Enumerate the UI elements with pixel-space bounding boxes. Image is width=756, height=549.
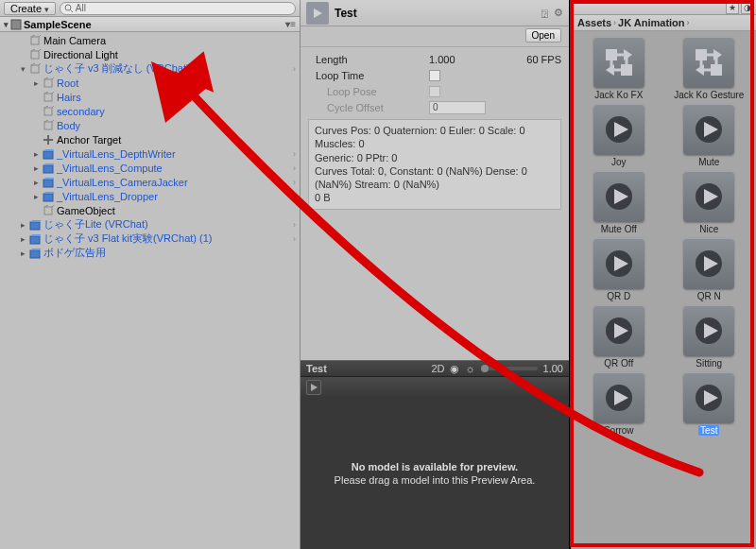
foldout-icon[interactable]: ▸ xyxy=(17,249,28,258)
svg-rect-15 xyxy=(44,94,52,101)
hierarchy-item-label: GameObject xyxy=(55,205,115,216)
scene-header[interactable]: ▾ SampleScene ▾≡ xyxy=(0,17,300,32)
loop-pose-checkbox[interactable] xyxy=(429,86,440,97)
hierarchy-item[interactable]: Hairs xyxy=(0,90,300,104)
hidden-icon[interactable]: ◑ xyxy=(741,1,754,14)
animator-controller-icon xyxy=(593,37,644,88)
asset-item[interactable]: Sorrow xyxy=(576,372,662,436)
asset-item[interactable]: Jack Ko FX xyxy=(576,37,662,100)
scene-options-icon[interactable]: ▾≡ xyxy=(285,19,296,29)
animation-clip-icon xyxy=(306,2,329,25)
preview-message[interactable]: No model is available for preview. Pleas… xyxy=(301,398,569,549)
animation-clip-icon xyxy=(593,171,644,222)
foldout-icon[interactable]: ▸ xyxy=(30,78,42,88)
hierarchy-item-label: ボドゲ広告用 xyxy=(42,246,106,260)
chevron-right-icon[interactable]: › xyxy=(293,178,296,187)
asset-item[interactable]: Mute Off xyxy=(576,171,662,234)
chevron-right-icon[interactable]: › xyxy=(293,149,296,159)
svg-rect-6 xyxy=(31,51,39,59)
asset-item[interactable]: Mute xyxy=(666,104,753,167)
hierarchy-tree[interactable]: Main CameraDirectional Light▾じゃく子 v3 削減な… xyxy=(0,32,300,549)
hierarchy-item[interactable]: secondary xyxy=(0,104,300,118)
camera-icon[interactable]: ◉ xyxy=(450,363,459,375)
asset-item[interactable]: Test xyxy=(666,372,753,436)
chevron-right-icon[interactable]: › xyxy=(293,163,296,173)
cycle-offset-field[interactable]: 0 xyxy=(429,101,486,114)
gameobject-icon xyxy=(42,190,55,203)
settings-icon[interactable]: ⚙ xyxy=(554,7,563,19)
hierarchy-item[interactable]: ▸_VirtualLens_CameraJacker› xyxy=(0,175,300,189)
asset-label: Mute xyxy=(696,157,721,167)
asset-grid[interactable]: Jack Ko FXJack Ko GestureJoyMuteMute Off… xyxy=(572,31,756,549)
foldout-icon[interactable]: ▸ xyxy=(17,234,28,244)
asset-item[interactable]: QR D xyxy=(576,238,662,301)
open-button[interactable]: Open xyxy=(525,28,561,43)
svg-rect-32 xyxy=(43,194,53,201)
foldout-icon[interactable]: ▸ xyxy=(17,220,28,230)
svg-rect-39 xyxy=(30,236,40,244)
favorite-icon[interactable]: ★ xyxy=(726,1,739,14)
project-toolbar: ★ ◑ xyxy=(572,0,756,15)
asset-item[interactable]: Nice xyxy=(666,171,753,234)
svg-line-20 xyxy=(52,106,54,108)
svg-rect-9 xyxy=(31,65,39,73)
gameobject-icon xyxy=(28,62,42,76)
hierarchy-item[interactable]: GameObject xyxy=(0,203,300,217)
gameobject-icon xyxy=(42,91,55,104)
hierarchy-item[interactable]: ▸ボドゲ広告用 xyxy=(0,246,300,260)
hierarchy-item-label: _VirtualLens_Dropper xyxy=(55,191,158,202)
foldout-icon[interactable]: ▸ xyxy=(30,149,42,159)
hierarchy-item[interactable]: Body xyxy=(0,118,300,132)
hierarchy-item[interactable]: ▸Root xyxy=(0,76,300,90)
svg-point-0 xyxy=(65,5,71,10)
chevron-right-icon[interactable]: › xyxy=(293,192,296,201)
hierarchy-item[interactable]: ▸じゃく子 v3 Flat kit実験(VRChat) (1)› xyxy=(0,232,300,246)
help-icon[interactable]: ⍰ xyxy=(541,8,548,19)
svg-rect-34 xyxy=(44,207,52,214)
loop-time-row: Loop Time xyxy=(301,67,569,83)
mode-2d-toggle[interactable]: 2D xyxy=(431,363,444,374)
hierarchy-item[interactable]: ▸じゃく子Lite (VRChat)› xyxy=(0,217,300,232)
hierarchy-item[interactable]: ▸_VirtualLens_DepthWriter› xyxy=(0,146,300,161)
svg-rect-45 xyxy=(606,49,617,60)
svg-rect-49 xyxy=(696,49,707,60)
search-icon xyxy=(64,4,74,13)
hierarchy-item[interactable]: ▸_VirtualLens_Dropper› xyxy=(0,189,300,203)
hierarchy-item[interactable]: Main Camera xyxy=(0,33,300,47)
hierarchy-item[interactable]: ▸_VirtualLens_Compute› xyxy=(0,161,300,175)
foldout-icon[interactable]: ▸ xyxy=(30,192,42,201)
light-icon[interactable]: ☼ xyxy=(465,363,474,374)
loop-pose-row: Loop Pose xyxy=(301,83,569,99)
svg-marker-29 xyxy=(43,163,54,165)
asset-item[interactable]: QR N xyxy=(666,238,753,301)
svg-marker-44 xyxy=(311,384,318,391)
asset-item[interactable]: Sitting xyxy=(666,305,753,369)
asset-item[interactable]: Jack Ko Gesture xyxy=(666,37,753,100)
preview-play-button[interactable] xyxy=(306,380,321,395)
hierarchy-search[interactable]: All xyxy=(60,2,296,15)
foldout-icon[interactable]: ▾ xyxy=(17,64,28,74)
svg-rect-28 xyxy=(43,165,53,173)
hierarchy-item[interactable]: ▾じゃく子 v3 削減なし (VRChat)› xyxy=(0,61,300,76)
hierarchy-item[interactable]: Directional Light xyxy=(0,47,300,61)
asset-label: Joy xyxy=(610,157,628,167)
asset-item[interactable]: QR Off xyxy=(576,305,662,369)
svg-marker-33 xyxy=(43,192,54,194)
hierarchy-item-label: Anchor Target xyxy=(55,134,121,146)
asset-item[interactable]: Joy xyxy=(576,104,662,167)
svg-marker-38 xyxy=(30,220,41,222)
chevron-right-icon[interactable]: › xyxy=(293,64,296,74)
asset-label: Sitting xyxy=(694,358,724,369)
loop-time-checkbox[interactable] xyxy=(429,70,440,81)
chevron-right-icon[interactable]: › xyxy=(293,234,296,244)
foldout-icon[interactable]: ▸ xyxy=(30,178,42,187)
create-dropdown[interactable]: Create ▾ xyxy=(4,2,56,15)
breadcrumb[interactable]: Assets › JK Animation › xyxy=(572,15,756,31)
svg-rect-50 xyxy=(711,64,722,76)
preview-speed-slider[interactable] xyxy=(481,367,538,370)
animation-clip-icon xyxy=(593,238,644,289)
hierarchy-item[interactable]: Anchor Target xyxy=(0,132,300,146)
chevron-right-icon[interactable]: › xyxy=(293,220,296,230)
svg-line-17 xyxy=(52,92,54,94)
foldout-icon[interactable]: ▸ xyxy=(30,163,42,173)
